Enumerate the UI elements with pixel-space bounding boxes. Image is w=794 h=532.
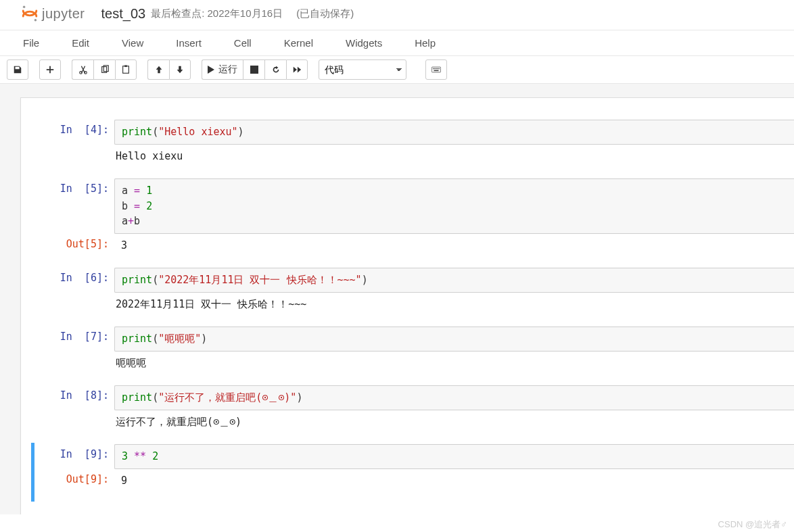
jupyter-logo[interactable]: jupyter <box>20 4 85 23</box>
code-cell[interactable]: In [5]:a = 1 b = 2 a+bOut[5]:3 <box>31 177 794 266</box>
run-button[interactable]: 运行 <box>202 59 243 80</box>
jupyter-planet-icon <box>20 4 39 23</box>
autosave-status: (已自动保存) <box>296 7 354 20</box>
restart-icon <box>271 65 281 74</box>
menu-edit[interactable]: Edit <box>55 30 106 55</box>
copy-icon <box>100 65 110 74</box>
save-button[interactable] <box>7 59 28 80</box>
menubar: File Edit View Insert Cell Kernel Widget… <box>0 30 794 56</box>
output-result: 9 <box>114 469 794 493</box>
paste-button[interactable] <box>115 59 137 80</box>
output-prompt: Out[9]: <box>34 469 114 488</box>
code-editor[interactable]: print("呃呃呃") <box>114 327 794 352</box>
restart-run-all-button[interactable] <box>286 59 308 80</box>
code-cell[interactable]: In [7]:print("呃呃呃")呃呃呃 <box>31 325 794 384</box>
menu-kernel[interactable]: Kernel <box>268 30 329 55</box>
code-cell[interactable]: In [9]:3 ** 2Out[9]:9 <box>31 443 794 502</box>
add-cell-button[interactable] <box>39 59 61 80</box>
play-icon <box>208 66 214 74</box>
stop-icon <box>250 66 258 74</box>
watermark: CSDN @追光者♂ <box>718 518 787 531</box>
header-bar: jupyter test_03 最后检查点: 2022年10月16日 (已自动保… <box>0 0 794 26</box>
svg-point-0 <box>23 5 26 8</box>
input-prompt: In [8]: <box>34 385 114 404</box>
svg-rect-6 <box>123 66 129 74</box>
svg-rect-14 <box>434 70 439 71</box>
svg-rect-8 <box>431 67 440 72</box>
input-prompt: In [7]: <box>34 327 114 345</box>
celltype-select[interactable]: 代码 <box>319 59 406 80</box>
svg-point-3 <box>84 72 87 74</box>
svg-rect-9 <box>433 68 434 69</box>
clipboard-icon <box>121 65 131 74</box>
input-prompt: In [4]: <box>34 120 114 139</box>
command-palette-button[interactable] <box>425 59 447 80</box>
arrow-up-icon <box>154 65 164 74</box>
copy-button[interactable] <box>93 59 115 80</box>
output-stdout: 运行不了，就重启吧(⊙＿⊙) <box>109 410 794 434</box>
svg-rect-10 <box>434 68 435 69</box>
menu-help[interactable]: Help <box>398 30 452 55</box>
arrow-down-icon <box>175 65 185 74</box>
checkpoint-status: 最后检查点: 2022年10月16日 <box>151 7 283 20</box>
svg-rect-11 <box>436 68 436 69</box>
code-cell[interactable]: In [8]:print("运行不了，就重启吧(⊙＿⊙)")运行不了，就重启吧(… <box>31 384 794 443</box>
input-prompt: In [9]: <box>34 444 114 463</box>
brand-name: jupyter <box>42 6 85 22</box>
output-stdout: 呃呃呃 <box>109 352 794 375</box>
scissors-icon <box>78 65 88 74</box>
code-cell[interactable]: In [6]:print("2022年11月11日 双十一 快乐哈！！~~~")… <box>31 266 794 325</box>
code-editor[interactable]: print("Hello xiexu") <box>114 120 794 145</box>
code-editor[interactable]: print("运行不了，就重启吧(⊙＿⊙)") <box>114 385 794 410</box>
cut-button[interactable] <box>72 59 93 80</box>
code-editor[interactable]: a = 1 b = 2 a+b <box>114 178 794 234</box>
output-stdout: Hello xiexu <box>109 145 794 168</box>
code-editor[interactable]: print("2022年11月11日 双十一 快乐哈！！~~~") <box>114 268 794 293</box>
menu-widgets[interactable]: Widgets <box>329 30 398 55</box>
input-prompt: In [5]: <box>34 178 114 197</box>
svg-point-1 <box>34 19 37 22</box>
svg-rect-12 <box>437 68 438 69</box>
keyboard-icon <box>431 65 441 74</box>
run-label: 运行 <box>218 64 237 76</box>
code-editor[interactable]: 3 ** 2 <box>114 444 794 469</box>
input-prompt: In [6]: <box>34 268 114 287</box>
plus-icon <box>45 65 55 74</box>
output-result: 3 <box>114 234 794 258</box>
notebook: In [4]:print("Hello xiexu")Hello xiexuIn… <box>20 97 794 514</box>
restart-button[interactable] <box>264 59 286 80</box>
menu-cell[interactable]: Cell <box>218 30 268 55</box>
svg-point-2 <box>79 72 82 74</box>
fast-forward-icon <box>292 65 302 74</box>
interrupt-button[interactable] <box>243 59 264 80</box>
menu-insert[interactable]: Insert <box>160 30 218 55</box>
save-icon <box>13 65 22 74</box>
move-down-button[interactable] <box>169 59 191 80</box>
svg-rect-7 <box>124 65 127 67</box>
output-prompt: Out[5]: <box>34 234 114 253</box>
toolbar: 运行 代码 <box>0 56 794 84</box>
menu-view[interactable]: View <box>106 30 160 55</box>
svg-rect-13 <box>439 68 440 69</box>
output-stdout: 2022年11月11日 双十一 快乐哈！！~~~ <box>109 293 794 316</box>
move-up-button[interactable] <box>147 59 169 80</box>
notebook-title[interactable]: test_03 <box>101 6 146 22</box>
menu-file[interactable]: File <box>7 30 55 55</box>
notebook-container: In [4]:print("Hello xiexu")Hello xiexuIn… <box>0 84 794 514</box>
code-cell[interactable]: In [4]:print("Hello xiexu")Hello xiexu <box>31 118 794 177</box>
